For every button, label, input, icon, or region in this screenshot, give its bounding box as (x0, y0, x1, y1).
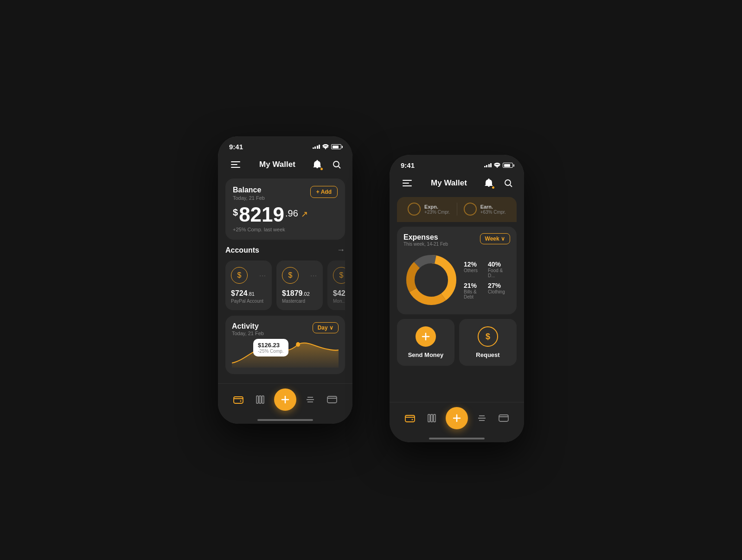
bell-button-1[interactable] (311, 158, 324, 171)
top-nav-1: My Wallet (218, 154, 352, 178)
status-time-2: 9:41 (401, 161, 415, 169)
activity-filter-button[interactable]: Day ∨ (313, 322, 339, 333)
svg-point-7 (240, 401, 241, 402)
donut-label-food: 40% Food & D... (488, 261, 510, 278)
top-nav-2: My Wallet (390, 173, 524, 197)
balance-title: Balance (233, 186, 265, 194)
activity-date: Today, 21 Feb (232, 331, 264, 336)
nav-title-1: My Wallet (259, 160, 295, 169)
tab-bar-1 (218, 383, 352, 419)
menu-button-1[interactable] (227, 156, 244, 173)
clothing-pct: 27% (488, 282, 510, 289)
send-money-button[interactable]: Send Money (397, 319, 454, 366)
account-card-0[interactable]: $ ··· $724.81 PayPal Account (225, 261, 272, 310)
svg-rect-19 (403, 183, 409, 184)
account-card-1[interactable]: $ ··· $1879.02 Mastercard (276, 261, 323, 310)
account-amount-cents-0: .81 (248, 291, 255, 297)
svg-rect-33 (428, 414, 430, 422)
bell-button-2[interactable] (482, 177, 495, 190)
donut-section: 12% Others 40% Food & D... 21% Bills & D… (403, 252, 510, 308)
svg-line-4 (339, 166, 340, 168)
svg-point-32 (411, 419, 413, 420)
account-icon-2: $ (333, 267, 345, 284)
balance-cents: .96 (285, 208, 298, 219)
signal-icon-1 (313, 145, 320, 149)
account-name-1: Mastercard (282, 299, 317, 304)
add-button[interactable]: + Add (310, 186, 338, 198)
status-icons-1 (313, 144, 342, 149)
svg-rect-10 (262, 396, 264, 403)
balance-main: 8219 (239, 204, 284, 225)
account-icon-0: $ (231, 267, 248, 284)
svg-rect-9 (259, 396, 261, 403)
bills-cat: Bills & Debt (464, 289, 486, 299)
request-icon: $ (478, 326, 498, 347)
home-indicator-1 (257, 419, 313, 421)
tab-card-1[interactable] (324, 391, 340, 408)
svg-rect-6 (234, 397, 243, 403)
account-card-2[interactable]: $ $42 Mon... (327, 261, 345, 310)
tab-wallet-1[interactable] (230, 391, 247, 408)
phone-2-content: Expn. +23% Cmpr. Earn. +63% Cmpr. (390, 197, 524, 402)
battery-icon-1 (331, 144, 341, 149)
others-cat: Others (464, 268, 486, 273)
mini-stat-divider (457, 203, 457, 216)
mini-stat-expn: Expn. +23% Cmpr. (408, 203, 450, 216)
activity-tooltip: $126.23 -25% Comp. (253, 339, 288, 356)
send-money-label: Send Money (408, 351, 444, 358)
search-button-1[interactable] (330, 158, 343, 171)
tab-add-1[interactable] (274, 388, 296, 411)
status-bar-1: 9:41 (218, 136, 352, 154)
svg-point-21 (505, 180, 511, 185)
balance-trend-icon: ↗ (301, 209, 308, 219)
tooltip-change: -25% Comp. (258, 349, 284, 354)
wifi-icon-2 (494, 163, 500, 168)
tab-books-1[interactable] (252, 391, 269, 408)
home-indicator-2 (429, 438, 485, 439)
donut-label-bills: 21% Bills & Debt (464, 282, 486, 299)
phone-1-content: Balance Today, 21 Feb + Add $ 8219 .96 ↗… (218, 178, 352, 383)
phone-1: 9:41 (218, 136, 352, 424)
account-menu-1[interactable]: ··· (310, 272, 317, 279)
tab-add-2[interactable] (446, 407, 468, 429)
donut-label-others: 12% Others (464, 261, 486, 278)
food-pct: 40% (488, 261, 510, 268)
nav-icons-1 (311, 158, 343, 171)
tooltip-amount: $126.23 (258, 342, 284, 349)
svg-point-3 (333, 161, 339, 167)
status-time-1: 9:41 (229, 143, 243, 151)
account-amount-main-1: $1879 (282, 289, 303, 297)
status-icons-2 (484, 163, 513, 168)
menu-button-2[interactable] (399, 175, 416, 191)
mini-stat-earn: Earn. +63% Cmpr. (464, 203, 506, 216)
svg-line-22 (510, 185, 512, 187)
svg-point-28 (416, 264, 447, 296)
notification-dot-2 (492, 186, 494, 189)
action-row: Send Money $ Request (397, 319, 517, 366)
tab-card-2[interactable] (495, 410, 512, 426)
accounts-title: Accounts (225, 246, 259, 255)
notification-dot-1 (320, 168, 323, 170)
tab-list-2[interactable] (473, 410, 490, 426)
account-menu-0[interactable]: ··· (259, 272, 266, 279)
expenses-filter-button[interactable]: Week ∨ (480, 233, 510, 244)
svg-rect-31 (405, 415, 415, 422)
activity-card: Activity Today, 21 Feb Day ∨ $126.23 -25… (225, 316, 345, 374)
svg-rect-0 (231, 161, 240, 162)
request-button[interactable]: $ Request (459, 319, 517, 366)
earn-label: Earn. (480, 204, 506, 210)
request-label: Request (476, 351, 499, 358)
phones-container: 9:41 (218, 118, 524, 442)
status-bar-2: 9:41 (390, 155, 524, 173)
svg-rect-2 (231, 167, 240, 168)
svg-rect-1 (231, 164, 237, 165)
tab-books-2[interactable] (423, 410, 440, 426)
expn-sub: +23% Cmpr. (424, 210, 450, 215)
expenses-title: Expenses (403, 233, 448, 242)
search-button-2[interactable] (502, 177, 515, 190)
tab-list-1[interactable] (302, 391, 319, 408)
tab-wallet-2[interactable] (402, 410, 418, 426)
wifi-icon-1 (322, 144, 329, 149)
accounts-arrow[interactable]: → (337, 245, 345, 255)
svg-rect-8 (256, 396, 258, 403)
